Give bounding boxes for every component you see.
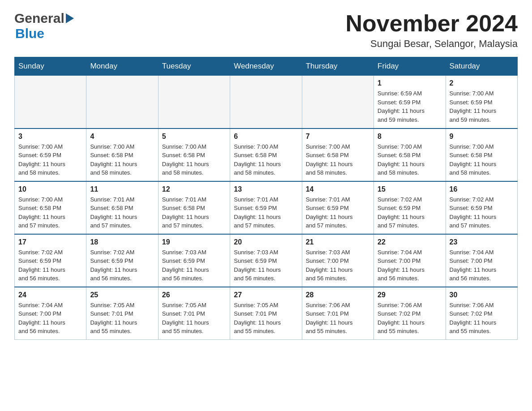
day-info: Sunrise: 7:04 AM Sunset: 7:00 PM Dayligh… [450, 248, 514, 283]
day-number: 4 [90, 133, 154, 141]
day-number: 19 [162, 238, 226, 246]
calendar-cell: 13Sunrise: 7:01 AM Sunset: 6:59 PM Dayli… [230, 181, 302, 234]
calendar-cell: 7Sunrise: 7:00 AM Sunset: 6:58 PM Daylig… [302, 128, 373, 181]
day-number: 3 [18, 133, 82, 141]
calendar-week-row: 3Sunrise: 7:00 AM Sunset: 6:59 PM Daylig… [15, 128, 518, 181]
header: General Blue November 2024 Sungai Besar,… [14, 11, 518, 50]
day-number: 28 [306, 291, 370, 299]
calendar-cell: 9Sunrise: 7:00 AM Sunset: 6:58 PM Daylig… [446, 128, 517, 181]
title-area: November 2024 Sungai Besar, Selangor, Ma… [346, 11, 518, 50]
calendar-cell [230, 76, 302, 128]
day-number: 8 [378, 133, 442, 141]
day-info: Sunrise: 7:01 AM Sunset: 6:58 PM Dayligh… [90, 195, 154, 230]
day-number: 17 [18, 238, 82, 246]
logo-blue-text: Blue [15, 26, 74, 41]
day-info: Sunrise: 7:00 AM Sunset: 6:58 PM Dayligh… [234, 142, 298, 177]
day-info: Sunrise: 7:00 AM Sunset: 6:58 PM Dayligh… [90, 142, 154, 177]
logo-arrow-icon [66, 13, 74, 23]
day-info: Sunrise: 7:05 AM Sunset: 7:01 PM Dayligh… [162, 301, 226, 336]
day-number: 30 [450, 291, 514, 299]
day-number: 24 [18, 291, 82, 299]
day-number: 5 [162, 133, 226, 141]
day-info: Sunrise: 6:59 AM Sunset: 6:59 PM Dayligh… [378, 89, 442, 124]
calendar-cell [86, 76, 158, 128]
calendar-cell: 6Sunrise: 7:00 AM Sunset: 6:58 PM Daylig… [230, 128, 302, 181]
calendar-cell: 29Sunrise: 7:06 AM Sunset: 7:02 PM Dayli… [374, 287, 446, 340]
day-number: 1 [378, 79, 442, 87]
day-number: 14 [306, 185, 370, 193]
calendar-cell: 27Sunrise: 7:05 AM Sunset: 7:01 PM Dayli… [230, 287, 302, 340]
day-info: Sunrise: 7:03 AM Sunset: 6:59 PM Dayligh… [234, 248, 298, 283]
day-info: Sunrise: 7:04 AM Sunset: 7:00 PM Dayligh… [18, 301, 82, 336]
day-info: Sunrise: 7:00 AM Sunset: 6:58 PM Dayligh… [378, 142, 442, 177]
calendar-week-row: 10Sunrise: 7:00 AM Sunset: 6:58 PM Dayli… [15, 181, 518, 234]
calendar-cell: 17Sunrise: 7:02 AM Sunset: 6:59 PM Dayli… [15, 234, 86, 287]
day-number: 9 [450, 133, 514, 141]
day-info: Sunrise: 7:06 AM Sunset: 7:02 PM Dayligh… [378, 301, 442, 336]
col-header-tuesday: Tuesday [158, 57, 230, 76]
day-info: Sunrise: 7:05 AM Sunset: 7:01 PM Dayligh… [234, 301, 298, 336]
day-number: 16 [450, 185, 514, 193]
day-number: 7 [306, 133, 370, 141]
calendar-week-row: 1Sunrise: 6:59 AM Sunset: 6:59 PM Daylig… [15, 76, 518, 128]
day-info: Sunrise: 7:05 AM Sunset: 7:01 PM Dayligh… [90, 301, 154, 336]
logo-general-text: General [14, 11, 64, 26]
day-info: Sunrise: 7:01 AM Sunset: 6:59 PM Dayligh… [234, 195, 298, 230]
col-header-friday: Friday [374, 57, 446, 76]
col-header-saturday: Saturday [446, 57, 517, 76]
calendar-cell [302, 76, 373, 128]
day-number: 15 [378, 185, 442, 193]
day-info: Sunrise: 7:01 AM Sunset: 6:59 PM Dayligh… [306, 195, 370, 230]
day-info: Sunrise: 7:02 AM Sunset: 6:59 PM Dayligh… [450, 195, 514, 230]
day-number: 29 [378, 291, 442, 299]
day-number: 6 [234, 133, 298, 141]
calendar-cell: 24Sunrise: 7:04 AM Sunset: 7:00 PM Dayli… [15, 287, 86, 340]
logo: General Blue [14, 11, 74, 41]
calendar-cell: 5Sunrise: 7:00 AM Sunset: 6:58 PM Daylig… [158, 128, 230, 181]
subtitle: Sungai Besar, Selangor, Malaysia [346, 38, 518, 50]
day-info: Sunrise: 7:02 AM Sunset: 6:59 PM Dayligh… [378, 195, 442, 230]
day-info: Sunrise: 7:03 AM Sunset: 7:00 PM Dayligh… [306, 248, 370, 283]
day-info: Sunrise: 7:00 AM Sunset: 6:59 PM Dayligh… [18, 142, 82, 177]
main-title: November 2024 [346, 11, 518, 36]
calendar-cell: 2Sunrise: 7:00 AM Sunset: 6:59 PM Daylig… [446, 76, 517, 128]
calendar-cell: 22Sunrise: 7:04 AM Sunset: 7:00 PM Dayli… [374, 234, 446, 287]
calendar-header-row: SundayMondayTuesdayWednesdayThursdayFrid… [15, 57, 518, 76]
day-number: 21 [306, 238, 370, 246]
calendar-cell: 26Sunrise: 7:05 AM Sunset: 7:01 PM Dayli… [158, 287, 230, 340]
day-number: 23 [450, 238, 514, 246]
calendar-cell: 16Sunrise: 7:02 AM Sunset: 6:59 PM Dayli… [446, 181, 517, 234]
day-number: 25 [90, 291, 154, 299]
day-info: Sunrise: 7:01 AM Sunset: 6:58 PM Dayligh… [162, 195, 226, 230]
calendar-cell: 28Sunrise: 7:06 AM Sunset: 7:01 PM Dayli… [302, 287, 373, 340]
calendar-cell: 4Sunrise: 7:00 AM Sunset: 6:58 PM Daylig… [86, 128, 158, 181]
calendar-week-row: 17Sunrise: 7:02 AM Sunset: 6:59 PM Dayli… [15, 234, 518, 287]
calendar-cell: 10Sunrise: 7:00 AM Sunset: 6:58 PM Dayli… [15, 181, 86, 234]
day-number: 20 [234, 238, 298, 246]
day-number: 12 [162, 185, 226, 193]
day-number: 27 [234, 291, 298, 299]
calendar-cell: 30Sunrise: 7:06 AM Sunset: 7:02 PM Dayli… [446, 287, 517, 340]
day-info: Sunrise: 7:00 AM Sunset: 6:58 PM Dayligh… [450, 142, 514, 177]
day-info: Sunrise: 7:00 AM Sunset: 6:58 PM Dayligh… [306, 142, 370, 177]
calendar-cell: 11Sunrise: 7:01 AM Sunset: 6:58 PM Dayli… [86, 181, 158, 234]
day-info: Sunrise: 7:06 AM Sunset: 7:01 PM Dayligh… [306, 301, 370, 336]
day-info: Sunrise: 7:00 AM Sunset: 6:58 PM Dayligh… [18, 195, 82, 230]
day-number: 26 [162, 291, 226, 299]
calendar-cell: 21Sunrise: 7:03 AM Sunset: 7:00 PM Dayli… [302, 234, 373, 287]
calendar-cell: 15Sunrise: 7:02 AM Sunset: 6:59 PM Dayli… [374, 181, 446, 234]
day-info: Sunrise: 7:02 AM Sunset: 6:59 PM Dayligh… [90, 248, 154, 283]
day-info: Sunrise: 7:02 AM Sunset: 6:59 PM Dayligh… [18, 248, 82, 283]
calendar-cell: 23Sunrise: 7:04 AM Sunset: 7:00 PM Dayli… [446, 234, 517, 287]
day-info: Sunrise: 7:06 AM Sunset: 7:02 PM Dayligh… [450, 301, 514, 336]
col-header-sunday: Sunday [15, 57, 86, 76]
calendar-cell: 14Sunrise: 7:01 AM Sunset: 6:59 PM Dayli… [302, 181, 373, 234]
calendar-cell: 8Sunrise: 7:00 AM Sunset: 6:58 PM Daylig… [374, 128, 446, 181]
calendar-cell [15, 76, 86, 128]
calendar-cell: 18Sunrise: 7:02 AM Sunset: 6:59 PM Dayli… [86, 234, 158, 287]
col-header-wednesday: Wednesday [230, 57, 302, 76]
calendar-cell [158, 76, 230, 128]
calendar-cell: 12Sunrise: 7:01 AM Sunset: 6:58 PM Dayli… [158, 181, 230, 234]
calendar-cell: 1Sunrise: 6:59 AM Sunset: 6:59 PM Daylig… [374, 76, 446, 128]
day-number: 11 [90, 185, 154, 193]
